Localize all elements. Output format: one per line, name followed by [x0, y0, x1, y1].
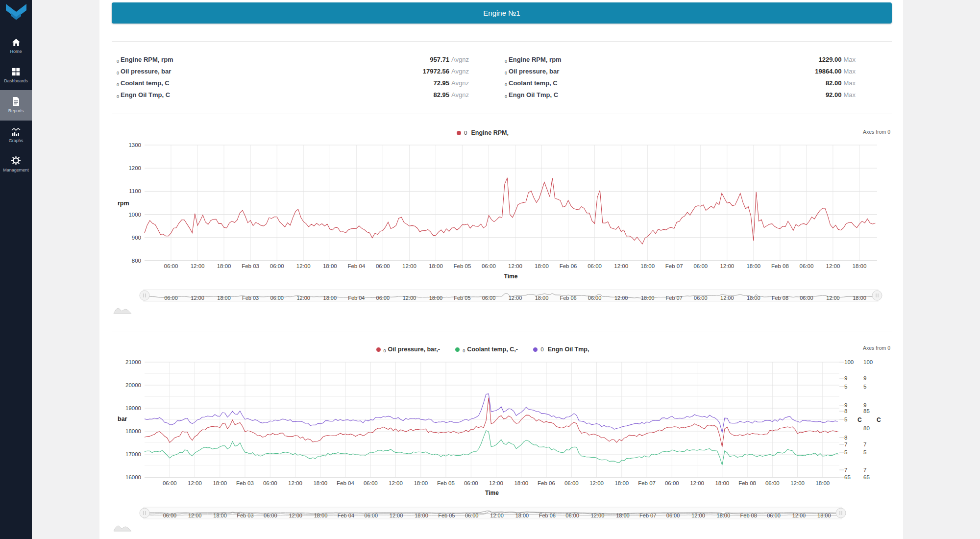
navigator-tick-label: 06:00 [482, 295, 496, 301]
x-tick-label: Feb 05 [453, 263, 471, 269]
pressure-temp-navigator[interactable]: 06:0012:0018:00Feb 0306:0012:0018:00Feb … [113, 506, 887, 523]
series-marker-icon [376, 347, 381, 352]
right-axis-label: 9 [844, 375, 847, 381]
stat-row: 0Engn Oil Tmp, C 82.95Avgnz [117, 89, 469, 101]
x-tick-label: 06:00 [163, 480, 177, 486]
navigator-tick-label: 06:00 [365, 513, 378, 518]
navigator-tick-label: 06:00 [767, 513, 781, 518]
x-tick-label: 18:00 [640, 263, 655, 269]
x-axis-title: Time [504, 273, 518, 280]
y-tick-label: 17000 [125, 451, 141, 457]
navigator-tick-label: 06:00 [666, 513, 680, 518]
navigator-right-handle[interactable] [872, 291, 882, 300]
x-tick-label: 06:00 [464, 480, 478, 486]
right-axis-label: 100 [863, 359, 873, 365]
right-axis-label: 7 [844, 467, 847, 473]
stat-row: 0Engn Oil Tmp, C 92.00Max [505, 89, 856, 101]
x-tick-label: Feb 08 [738, 480, 756, 486]
navigator-tick-label: Feb 08 [740, 513, 757, 518]
right-axis-label: 65 [863, 474, 870, 480]
legend-item-engn-oil-tmp[interactable]: 0Engn Oil Tmp, [533, 344, 589, 354]
right-axis-label: 100 [844, 359, 854, 365]
stat-row: 0Engine RPM, rpm 1229.00Max [505, 54, 856, 66]
right-axis-label: 5 [844, 449, 847, 455]
navigator-tick-label: 12:00 [509, 295, 522, 301]
axes-from-zero-note: Axes from 0 [833, 345, 890, 351]
divider [112, 41, 892, 42]
y-tick-label: 19000 [125, 405, 141, 411]
navigator-tick-label: 06:00 [465, 513, 479, 518]
divider [112, 114, 892, 114]
stat-row: 0Coolant temp, C 82.00Max [505, 77, 856, 89]
rpm-chart-legend: 0Engine RPM, [113, 128, 853, 138]
navigator-tick-label: 12:00 [691, 513, 705, 518]
x-tick-label: 18:00 [853, 263, 867, 269]
series-marker-icon [533, 347, 538, 352]
divider [112, 332, 892, 332]
x-tick-label: 12:00 [188, 480, 202, 486]
pressure-temp-chart[interactable]: 06:0012:0018:00Feb 0306:0012:0018:00Feb … [113, 356, 887, 503]
y-tick-label: 1100 [129, 188, 141, 194]
y-tick-label: 800 [132, 258, 141, 264]
sidebar-item-graphs[interactable]: Graphs [0, 124, 32, 150]
sidebar-item-dashboards[interactable]: Dashboards [0, 65, 32, 89]
legend-item-oil-pressure[interactable]: 0Oil pressure, bar,- [376, 344, 440, 356]
stat-row: 0Oil pressure, bar 19864.00Max [505, 66, 856, 77]
x-tick-label: 12:00 [614, 263, 628, 269]
navigator-tick-label: 12:00 [826, 295, 840, 301]
legend-item-engine-rpm[interactable]: 0Engine RPM, [457, 128, 509, 138]
x-axis-title: Time [485, 490, 499, 496]
right-axis-label: 80 [863, 425, 870, 431]
navigator-tick-label: 06:00 [694, 295, 708, 301]
stat-label: 0Coolant temp, C [117, 79, 170, 87]
x-tick-label: 18:00 [217, 263, 231, 269]
navigator-tick-label: 18:00 [415, 513, 428, 518]
navigator-tick-label: Feb 05 [454, 295, 470, 301]
stat-label: 0Coolant temp, C [505, 79, 558, 87]
navigator-tick-label: 06:00 [565, 513, 579, 518]
sidebar-item-management[interactable]: Management [0, 153, 32, 179]
x-tick-label: Feb 08 [771, 263, 789, 269]
navigator-tick-label: 18:00 [535, 295, 549, 301]
stat-row: 0Oil pressure, bar 17972.56Avgnz [117, 66, 469, 77]
right-axis-title: C [877, 416, 881, 423]
navigator-tick-label: 18:00 [429, 295, 443, 301]
navigator-tick-label: Feb 07 [666, 295, 683, 301]
x-tick-label: 12:00 [402, 263, 416, 269]
navigator-tick-label: Feb 06 [560, 295, 576, 301]
home-icon [12, 38, 21, 47]
sidebar-item-reports[interactable]: Reports [0, 90, 32, 121]
sidebar-item-label: Home [0, 49, 32, 54]
engine-rpm-chart[interactable]: 06:0012:0018:00Feb 0306:0012:0018:00Feb … [113, 138, 887, 283]
navigator-left-handle[interactable] [140, 291, 149, 300]
engine-rpm-navigator[interactable]: 06:0012:0018:00Feb 0306:0012:0018:00Feb … [113, 288, 887, 306]
x-tick-label: Feb 06 [538, 480, 555, 486]
x-tick-label: 18:00 [535, 263, 549, 269]
navigator-tick-label: 12:00 [591, 513, 605, 518]
navigator-preview-icon [113, 304, 132, 315]
legend-item-coolant-temp[interactable]: 0Coolant temp, C,- [455, 344, 517, 356]
x-tick-label: 12:00 [489, 480, 503, 486]
right-axis-label: 85 [863, 408, 870, 414]
navigator-tick-label: 06:00 [800, 295, 813, 301]
x-tick-label: 12:00 [589, 480, 604, 486]
navigator-tick-label: 18:00 [314, 513, 328, 518]
navigator-tick-label: 18:00 [747, 295, 760, 301]
x-tick-label: Feb 04 [347, 263, 365, 269]
management-icon [11, 156, 21, 165]
x-tick-label: 18:00 [313, 480, 327, 486]
x-tick-label: 18:00 [414, 480, 428, 486]
right-axis-label: 9 [863, 402, 866, 408]
navigator-left-handle[interactable] [140, 508, 149, 518]
x-tick-label: 12:00 [508, 263, 522, 269]
app-logo-chevron-icon[interactable] [4, 3, 28, 23]
x-tick-label: Feb 05 [437, 480, 455, 486]
navigator-tick-label: 12:00 [188, 513, 202, 518]
stat-label: 0Engn Oil Tmp, C [505, 91, 558, 98]
sidebar-item-home[interactable]: Home [0, 35, 32, 60]
navigator-tick-label: 06:00 [164, 295, 178, 301]
navigator-tick-label: 12:00 [490, 513, 504, 518]
x-tick-label: 12:00 [389, 480, 403, 486]
navigator-right-handle[interactable] [836, 508, 846, 518]
stat-row: 0Coolant temp, C 72.95Avgnz [117, 77, 469, 89]
